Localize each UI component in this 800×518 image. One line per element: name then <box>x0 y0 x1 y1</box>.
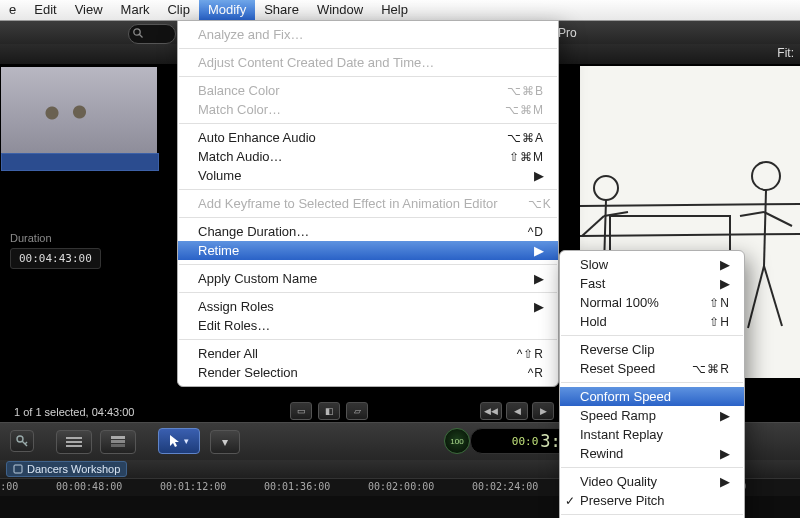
prev-edit-button[interactable]: ◀◀ <box>480 402 502 420</box>
svg-rect-24 <box>66 441 82 443</box>
stack-icon <box>111 436 125 448</box>
modify-assign-roles[interactable]: Assign Roles▶ <box>178 297 558 316</box>
clip-filmstrip[interactable] <box>1 153 159 171</box>
speed-dial[interactable]: 100 <box>444 428 470 454</box>
menu-shortcut: ^⇧R <box>487 347 544 361</box>
retime-fast[interactable]: Fast▶ <box>560 274 744 293</box>
retime-speed-ramp[interactable]: Speed Ramp▶ <box>560 406 744 425</box>
svg-rect-26 <box>111 436 125 439</box>
chevron-down-icon: ▾ <box>184 436 189 446</box>
menu-shortcut: ⇧N <box>679 296 730 310</box>
clip-info-panel: Duration 00:04:43:00 <box>10 232 101 269</box>
menu-e[interactable]: e <box>0 0 25 20</box>
menu-item-label: Hold <box>580 314 607 329</box>
retime-rewind[interactable]: Rewind▶ <box>560 444 744 463</box>
modify-menu: Analyze and Fix…Adjust Content Created D… <box>177 20 559 387</box>
menu-item-label: Normal 100% <box>580 295 659 310</box>
modify-change-duration[interactable]: Change Duration…^D <box>178 222 558 241</box>
menu-shortcut: ^D <box>498 225 544 239</box>
menu-item-label: Instant Replay <box>580 427 663 442</box>
menu-help[interactable]: Help <box>372 0 417 20</box>
crop-tool-button[interactable]: ◧ <box>318 402 340 420</box>
project-name: Dancers Workshop <box>27 463 120 475</box>
menu-modify[interactable]: Modify <box>199 0 255 20</box>
duration-label: Duration <box>10 232 101 244</box>
menu-share[interactable]: Share <box>255 0 308 20</box>
menu-separator <box>179 339 557 340</box>
menu-separator <box>179 189 557 190</box>
menu-shortcut: ⌥⌘M <box>475 103 544 117</box>
keyword-button[interactable] <box>10 430 34 452</box>
retime-reverse-clip[interactable]: Reverse Clip <box>560 340 744 359</box>
project-chip[interactable]: Dancers Workshop <box>6 461 127 477</box>
duration-value[interactable]: 00:04:43:00 <box>10 248 101 269</box>
transport-controls: ◀◀ ◀ ▶ <box>480 402 554 420</box>
menu-item-label: Speed Ramp <box>580 408 656 423</box>
menu-item-label: Reverse Clip <box>580 342 654 357</box>
menu-item-label: Change Duration… <box>198 224 309 239</box>
submenu-arrow-icon: ▶ <box>504 243 544 258</box>
play-back-button[interactable]: ◀ <box>506 402 528 420</box>
tool-popup-button[interactable]: ▾ <box>210 430 240 454</box>
menu-separator <box>179 217 557 218</box>
modify-volume[interactable]: Volume▶ <box>178 166 558 185</box>
menu-item-label: Render All <box>198 346 258 361</box>
menu-item-label: Analyze and Fix… <box>198 27 304 42</box>
svg-rect-27 <box>111 440 125 443</box>
modify-apply-custom-name[interactable]: Apply Custom Name▶ <box>178 269 558 288</box>
modify-match-audio[interactable]: Match Audio…⇧⌘M <box>178 147 558 166</box>
browser-clip-thumbnail[interactable] <box>0 66 158 154</box>
menu-item-label: Adjust Content Created Date and Time… <box>198 55 434 70</box>
svg-point-0 <box>134 29 140 35</box>
retime-slow[interactable]: Slow▶ <box>560 255 744 274</box>
play-forward-button[interactable]: ▶ <box>532 402 554 420</box>
menu-separator <box>561 514 743 515</box>
timeline-history-button[interactable] <box>100 430 136 454</box>
modify-render-selection[interactable]: Render Selection^R <box>178 363 558 382</box>
menu-shortcut: ⇧⌘M <box>479 150 544 164</box>
menu-item-label: Auto Enhance Audio <box>198 130 316 145</box>
menu-window[interactable]: Window <box>308 0 372 20</box>
transform-tool-button[interactable]: ▭ <box>290 402 312 420</box>
distort-tool-button[interactable]: ▱ <box>346 402 368 420</box>
modify-retime[interactable]: Retime▶ <box>178 241 558 260</box>
menu-shortcut: ⌥⌘A <box>477 131 544 145</box>
menu-item-label: Apply Custom Name <box>198 271 317 286</box>
retime-reset-speed[interactable]: Reset Speed⌥⌘R <box>560 359 744 378</box>
retime-submenu: Slow▶Fast▶Normal 100%⇧NHold⇧HReverse Cli… <box>559 250 745 518</box>
ruler-tick: 00:00:48:00 <box>56 481 122 492</box>
fit-label[interactable]: Fit: <box>777 46 794 60</box>
ruler-tick: 00:01:12:00 <box>160 481 226 492</box>
retime-hold[interactable]: Hold⇧H <box>560 312 744 331</box>
menu-separator <box>561 335 743 336</box>
svg-rect-23 <box>66 437 82 439</box>
menu-separator <box>561 467 743 468</box>
menu-view[interactable]: View <box>66 0 112 20</box>
menu-edit[interactable]: Edit <box>25 0 65 20</box>
window-title-fragment: Pro <box>558 26 577 40</box>
menu-mark[interactable]: Mark <box>112 0 159 20</box>
retime-video-quality[interactable]: Video Quality▶ <box>560 472 744 491</box>
menu-item-label: Conform Speed <box>580 389 671 404</box>
viewer-tools-left: ▭ ◧ ▱ <box>290 402 368 420</box>
svg-rect-25 <box>66 445 82 447</box>
menu-item-label: Edit Roles… <box>198 318 270 333</box>
menu-clip[interactable]: Clip <box>158 0 198 20</box>
menu-shortcut: ^R <box>498 366 544 380</box>
modify-render-all[interactable]: Render All^⇧R <box>178 344 558 363</box>
menu-item-label: Fast <box>580 276 605 291</box>
modify-edit-roles[interactable]: Edit Roles… <box>178 316 558 335</box>
search-field[interactable] <box>128 24 176 44</box>
retime-instant-replay[interactable]: Instant Replay <box>560 425 744 444</box>
retime-conform-speed[interactable]: Conform Speed <box>560 387 744 406</box>
modify-auto-enhance-audio[interactable]: Auto Enhance Audio⌥⌘A <box>178 128 558 147</box>
timeline-index-button[interactable] <box>56 430 92 454</box>
modify-match-color: Match Color…⌥⌘M <box>178 100 558 119</box>
select-tool[interactable]: ▾ <box>158 428 200 454</box>
svg-line-22 <box>25 442 27 444</box>
menu-shortcut: ⌥⌘R <box>662 362 730 376</box>
ruler-tick: 00:02:24:00 <box>472 481 538 492</box>
retime-normal-100[interactable]: Normal 100%⇧N <box>560 293 744 312</box>
menu-separator <box>179 264 557 265</box>
retime-preserve-pitch[interactable]: ✓Preserve Pitch <box>560 491 744 510</box>
